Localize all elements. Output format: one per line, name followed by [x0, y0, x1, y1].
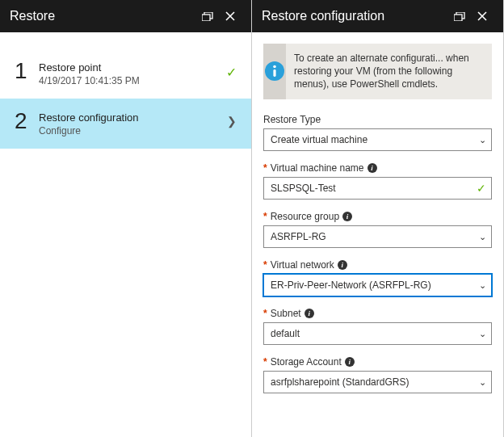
- required-indicator: *: [263, 162, 267, 174]
- virtual-network-value: ER-Priv-Peer-Network (ASRFPL-RG): [271, 279, 431, 291]
- restore-config-body: To create an alternate configurati... wh…: [252, 32, 503, 437]
- chevron-down-icon: ⌄: [479, 328, 486, 338]
- field-subnet: * Subnet i default ⌄: [263, 308, 492, 345]
- info-icon[interactable]: i: [304, 309, 314, 318]
- storage-account-label: * Storage Account i: [263, 356, 492, 368]
- subnet-select[interactable]: default ⌄: [263, 322, 492, 345]
- svg-rect-1: [202, 15, 210, 21]
- field-vm-name: * Virtual machine name i SLSPSQL-Test ✓: [263, 162, 492, 200]
- step-number: 2: [15, 110, 39, 132]
- subnet-label: * Subnet i: [263, 308, 492, 319]
- step-number: 1: [15, 60, 39, 82]
- virtual-network-select[interactable]: ER-Priv-Peer-Network (ASRFPL-RG) ⌄: [263, 274, 492, 296]
- required-indicator: *: [263, 211, 267, 222]
- svg-point-9: [273, 65, 276, 69]
- restore-close-icon[interactable]: [219, 11, 242, 21]
- storage-account-select[interactable]: asrfplsharepoint (StandardGRS) ⌄: [263, 371, 492, 393]
- vm-name-value: SLSPSQL-Test: [271, 183, 336, 194]
- step-subtitle: 4/19/2017 10:41:35 PM: [39, 75, 226, 86]
- info-icon[interactable]: i: [338, 260, 347, 270]
- step-restore-configuration[interactable]: 2 Restore configuration Configure ❯: [0, 99, 251, 149]
- restore-title: Restore: [10, 9, 196, 23]
- config-close-icon[interactable]: [471, 11, 494, 21]
- info-box: To create an alternate configurati... wh…: [263, 44, 492, 99]
- resource-group-value: ASRFPL-RG: [271, 231, 326, 242]
- check-icon: ✓: [226, 65, 237, 80]
- subnet-value: default: [271, 328, 300, 339]
- storage-account-value: asrfplsharepoint (StandardGRS): [271, 376, 409, 388]
- step-title: Restore point: [39, 61, 226, 74]
- step-subtitle: Configure: [39, 125, 227, 137]
- info-icon: [263, 44, 286, 99]
- info-icon[interactable]: i: [345, 357, 355, 367]
- info-icon[interactable]: i: [368, 163, 377, 173]
- restore-restoredown-icon[interactable]: [196, 12, 219, 21]
- resource-group-select[interactable]: ASRFPL-RG ⌄: [263, 225, 492, 248]
- restore-type-value: Create virtual machine: [271, 134, 368, 145]
- restore-blade: Restore 1 Restore point 4/19/2017 10:41:…: [0, 0, 252, 437]
- virtual-network-label: * Virtual network i: [263, 259, 492, 271]
- restore-config-blade: Restore configuration To create an alter…: [252, 0, 504, 437]
- step-title: Restore configuration: [39, 111, 227, 124]
- chevron-down-icon: ⌄: [479, 134, 486, 145]
- field-restore-type: Restore Type Create virtual machine ⌄: [263, 114, 492, 151]
- step-restore-point[interactable]: 1 Restore point 4/19/2017 10:41:35 PM ✓: [0, 48, 251, 99]
- required-indicator: *: [263, 356, 267, 368]
- restore-config-title: Restore configuration: [262, 9, 448, 23]
- chevron-down-icon: ⌄: [479, 376, 486, 387]
- config-restoredown-icon[interactable]: [448, 12, 471, 21]
- svg-rect-5: [454, 15, 462, 21]
- chevron-down-icon: ⌄: [479, 231, 486, 242]
- resource-group-label: * Resource group i: [263, 211, 492, 222]
- field-virtual-network: * Virtual network i ER-Priv-Peer-Network…: [263, 259, 492, 296]
- restore-config-header: Restore configuration: [252, 0, 503, 32]
- info-icon[interactable]: i: [342, 212, 352, 221]
- required-indicator: *: [263, 308, 267, 319]
- field-storage-account: * Storage Account i asrfplsharepoint (St…: [263, 356, 492, 393]
- required-indicator: *: [263, 259, 267, 271]
- field-resource-group: * Resource group i ASRFPL-RG ⌄: [263, 211, 492, 248]
- restore-body: 1 Restore point 4/19/2017 10:41:35 PM ✓ …: [0, 32, 251, 437]
- chevron-right-icon: ❯: [227, 115, 237, 128]
- svg-rect-10: [273, 69, 275, 77]
- valid-check-icon: ✓: [477, 182, 486, 195]
- vm-name-label: * Virtual machine name i: [263, 162, 492, 174]
- info-text: To create an alternate configurati... wh…: [286, 44, 492, 99]
- chevron-down-icon: ⌄: [479, 279, 486, 290]
- restore-header: Restore: [0, 0, 251, 32]
- restore-type-select[interactable]: Create virtual machine ⌄: [263, 128, 492, 151]
- restore-type-label: Restore Type: [263, 114, 492, 125]
- vm-name-input[interactable]: SLSPSQL-Test ✓: [263, 177, 492, 200]
